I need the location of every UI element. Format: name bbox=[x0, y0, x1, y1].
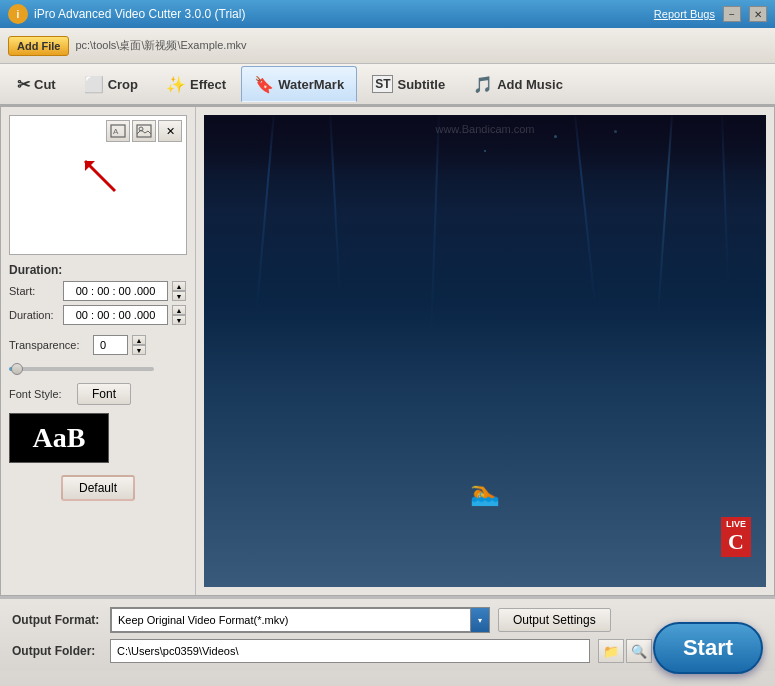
cut-icon: ✂ bbox=[17, 75, 30, 94]
add-file-button[interactable]: Add File bbox=[8, 36, 69, 56]
duration-time-input[interactable] bbox=[63, 305, 168, 325]
video-area: www.Bandicam.com 🏊 bbox=[196, 107, 774, 595]
output-format-row: Output Format: Keep Original Video Forma… bbox=[12, 607, 763, 633]
font-button[interactable]: Font bbox=[77, 383, 131, 405]
toolbar: ✂ Cut ⬜ Crop ✨ Effect 🔖 WaterMark ST Sub… bbox=[0, 64, 775, 106]
transparence-slider-thumb[interactable] bbox=[11, 363, 23, 375]
tab-crop[interactable]: ⬜ Crop bbox=[71, 66, 151, 102]
start-time-input[interactable] bbox=[63, 281, 168, 301]
watermark-preview: A ✕ bbox=[9, 115, 187, 255]
live-letter: C bbox=[728, 529, 744, 555]
font-style-label: Font Style: bbox=[9, 388, 69, 400]
video-scene: www.Bandicam.com 🏊 bbox=[204, 115, 766, 587]
folder-buttons: 📁 🔍 bbox=[598, 639, 652, 663]
wm-text-btn[interactable]: A bbox=[106, 120, 130, 142]
format-dropdown-arrow[interactable]: ▾ bbox=[471, 608, 489, 632]
start-time-row: Start: ▲ ▼ bbox=[9, 281, 187, 301]
start-time-down[interactable]: ▼ bbox=[172, 291, 186, 301]
output-folder-label: Output Folder: bbox=[12, 644, 102, 658]
output-folder-row: Output Folder: 📁 🔍 bbox=[12, 639, 763, 663]
left-panel: A ✕ bbox=[1, 107, 196, 595]
file-path-text: pc:\tools\桌面\新视频\Example.mkv bbox=[75, 38, 246, 53]
tab-cut[interactable]: ✂ Cut bbox=[4, 66, 69, 102]
ceiling-area bbox=[204, 115, 766, 175]
addmusic-icon: 🎵 bbox=[473, 75, 493, 94]
font-preview-text: AaB bbox=[33, 422, 86, 454]
main-content: A ✕ bbox=[0, 106, 775, 596]
svg-text:A: A bbox=[113, 127, 119, 136]
report-bugs-link[interactable]: Report Bugs bbox=[654, 8, 715, 20]
minimize-button[interactable]: − bbox=[723, 6, 741, 22]
titlebar-right: Report Bugs − ✕ bbox=[654, 6, 767, 22]
duration-time-down[interactable]: ▼ bbox=[172, 315, 186, 325]
start-label: Start: bbox=[9, 285, 59, 297]
font-style-row: Font Style: Font bbox=[9, 383, 187, 405]
start-time-spinners: ▲ ▼ bbox=[172, 281, 186, 301]
live-text: LIVE bbox=[726, 519, 746, 529]
transparence-row: Transparence: ▲ ▼ bbox=[9, 335, 187, 355]
tab-watermark[interactable]: 🔖 WaterMark bbox=[241, 66, 357, 102]
transparence-slider[interactable] bbox=[9, 367, 154, 371]
trans-down[interactable]: ▼ bbox=[132, 345, 146, 355]
tab-watermark-label: WaterMark bbox=[278, 77, 344, 92]
red-arrow-indicator bbox=[70, 146, 130, 209]
titlebar-left: i iPro Advanced Video Cutter 3.0.0 (Tria… bbox=[8, 4, 245, 24]
titlebar: i iPro Advanced Video Cutter 3.0.0 (Tria… bbox=[0, 0, 775, 28]
tab-subtitle[interactable]: ST Subtitle bbox=[359, 66, 458, 102]
duration-time-spinners: ▲ ▼ bbox=[172, 305, 186, 325]
font-preview-box: AaB bbox=[9, 413, 109, 463]
close-button[interactable]: ✕ bbox=[749, 6, 767, 22]
duration-heading: Duration: bbox=[9, 263, 187, 277]
subtitle-icon: ST bbox=[372, 75, 393, 93]
format-value: Keep Original Video Format(*.mkv) bbox=[118, 614, 288, 626]
bottom-section: Output Format: Keep Original Video Forma… bbox=[0, 596, 775, 686]
transparence-input[interactable] bbox=[93, 335, 128, 355]
transparence-label: Transparence: bbox=[9, 339, 89, 351]
watermark-icon: 🔖 bbox=[254, 75, 274, 94]
addfile-bar: Add File pc:\tools\桌面\新视频\Example.mkv bbox=[0, 28, 775, 64]
app-icon: i bbox=[8, 4, 28, 24]
tab-cut-label: Cut bbox=[34, 77, 56, 92]
crop-icon: ⬜ bbox=[84, 75, 104, 94]
wm-close-btn[interactable]: ✕ bbox=[158, 120, 182, 142]
diver-figure: 🏊 bbox=[470, 479, 500, 507]
wm-image-btn[interactable] bbox=[132, 120, 156, 142]
duration-section: Duration: Start: ▲ ▼ Duration: ▲ ▼ bbox=[9, 263, 187, 325]
svg-rect-2 bbox=[137, 125, 151, 137]
output-format-label: Output Format: bbox=[12, 613, 102, 627]
search-folder-button[interactable]: 🔍 bbox=[626, 639, 652, 663]
tab-crop-label: Crop bbox=[108, 77, 138, 92]
tab-effect-label: Effect bbox=[190, 77, 226, 92]
output-folder-input[interactable] bbox=[110, 639, 590, 663]
trans-spinners: ▲ ▼ bbox=[132, 335, 146, 355]
video-frame: www.Bandicam.com 🏊 bbox=[204, 115, 766, 587]
live-badge: LIVE C bbox=[721, 517, 751, 557]
close-icon: ✕ bbox=[166, 125, 175, 138]
duration-time-row: Duration: ▲ ▼ bbox=[9, 305, 187, 325]
format-select[interactable]: Keep Original Video Format(*.mkv) bbox=[111, 608, 471, 632]
tab-addmusic-label: Add Music bbox=[497, 77, 563, 92]
output-settings-button[interactable]: Output Settings bbox=[498, 608, 611, 632]
tab-addmusic[interactable]: 🎵 Add Music bbox=[460, 66, 576, 102]
browse-folder-button[interactable]: 📁 bbox=[598, 639, 624, 663]
effect-icon: ✨ bbox=[166, 75, 186, 94]
duration-time-up[interactable]: ▲ bbox=[172, 305, 186, 315]
start-button[interactable]: Start bbox=[653, 622, 763, 674]
start-time-up[interactable]: ▲ bbox=[172, 281, 186, 291]
tab-effect[interactable]: ✨ Effect bbox=[153, 66, 239, 102]
wm-toolbar: A ✕ bbox=[106, 120, 182, 142]
titlebar-title: iPro Advanced Video Cutter 3.0.0 (Trial) bbox=[34, 7, 245, 21]
format-select-container[interactable]: Keep Original Video Format(*.mkv) ▾ bbox=[110, 607, 490, 633]
tab-subtitle-label: Subtitle bbox=[397, 77, 445, 92]
duration-field-label: Duration: bbox=[9, 309, 59, 321]
trans-up[interactable]: ▲ bbox=[132, 335, 146, 345]
default-button[interactable]: Default bbox=[61, 475, 135, 501]
